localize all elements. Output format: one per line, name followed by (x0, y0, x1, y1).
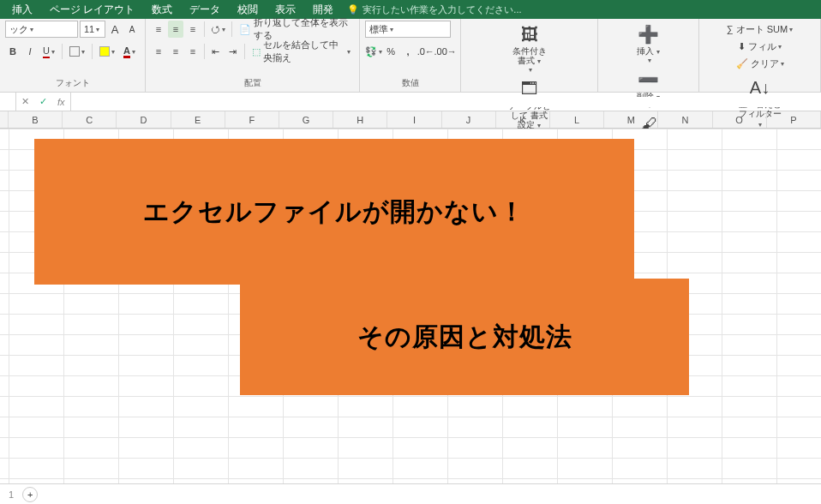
borders-button[interactable] (66, 43, 88, 60)
merge-center-button[interactable]: ⬚ セルを結合して中央揃え (249, 43, 354, 60)
ribbon: ック 11 A A B I U A フォント ≡ ≡ ≡ (0, 19, 821, 93)
align-top-button[interactable]: ≡ (151, 21, 166, 38)
group-styles: 🖽 条件付き 書式 🗔 テーブルとして 書式設定 ▦ セルの スタイル スタイル (461, 19, 598, 92)
align-center-button[interactable]: ≡ (168, 43, 183, 60)
font-size-combo[interactable]: 11 (80, 21, 105, 38)
ribbon-tab-bar: 挿入 ページ レイアウト 数式 データ 校閲 表示 開発 💡 実行したい作業を入… (0, 0, 821, 19)
wrap-text-icon: 📄 (239, 24, 251, 35)
align-right-button[interactable]: ≡ (185, 43, 201, 60)
font-color-button[interactable]: A (120, 43, 139, 60)
group-label-number: 数値 (365, 77, 455, 92)
underline-button[interactable]: U (39, 43, 58, 60)
fill-down-icon: ⬇ (738, 41, 746, 52)
align-middle-button[interactable]: ≡ (168, 21, 183, 38)
column-header[interactable]: D (117, 111, 171, 128)
column-header[interactable]: P (767, 111, 821, 128)
insert-cells-button[interactable]: ➕ 挿入 (633, 21, 664, 64)
column-header[interactable]: L (550, 111, 604, 128)
column-header[interactable]: J (442, 111, 496, 128)
font-color-icon: A (123, 45, 130, 58)
eraser-icon: 🧹 (736, 58, 748, 69)
decrease-indent-button[interactable]: ⇤ (208, 43, 224, 60)
fill-button[interactable]: ⬇ フィル (723, 38, 796, 55)
tab-formulas[interactable]: 数式 (143, 1, 181, 19)
column-header-partial[interactable] (0, 111, 9, 128)
lightbulb-icon: 💡 (347, 4, 359, 15)
merge-icon: ⬚ (252, 46, 261, 57)
group-font: ック 11 A A B I U A フォント (0, 19, 146, 92)
conditional-format-icon: 🖽 (521, 22, 538, 46)
accounting-format-button[interactable]: 💱 (365, 43, 381, 60)
number-format-combo[interactable]: 標準 (365, 21, 451, 38)
sigma-icon: ∑ (727, 24, 734, 34)
align-bottom-button[interactable]: ≡ (185, 21, 201, 38)
orientation-button[interactable]: ⭯ (208, 21, 228, 38)
column-header[interactable]: F (225, 111, 279, 128)
tab-data[interactable]: データ (181, 1, 229, 19)
fill-color-icon (99, 46, 110, 57)
tell-me-placeholder: 実行したい作業を入力してください... (363, 3, 521, 16)
column-header[interactable]: H (333, 111, 387, 128)
autosum-button[interactable]: ∑ オート SUM (723, 21, 796, 38)
column-header[interactable]: E (171, 111, 225, 128)
worksheet-grid[interactable]: エクセルファイルが開かない！ その原因と対処法 (0, 129, 821, 483)
font-name-combo[interactable]: ック (5, 21, 78, 38)
increase-font-button[interactable]: A (107, 21, 123, 38)
formula-bar: ✕ ✓ fx (0, 93, 821, 111)
decrease-font-button[interactable]: A (124, 21, 140, 38)
decrease-decimal-button[interactable]: .00→ (435, 43, 455, 60)
title-shape-1[interactable]: エクセルファイルが開かない！ (34, 139, 634, 285)
clear-button[interactable]: 🧹 クリア (723, 55, 796, 72)
enter-entry-button[interactable]: ✓ (34, 96, 52, 107)
delete-cells-icon: ➖ (638, 68, 659, 92)
title-shape-2[interactable]: その原因と対処法 (240, 279, 689, 395)
column-header[interactable]: G (279, 111, 333, 128)
border-icon (69, 46, 80, 57)
increase-decimal-button[interactable]: .0← (417, 43, 434, 60)
cancel-entry-button[interactable]: ✕ (16, 96, 34, 107)
column-header[interactable]: I (387, 111, 441, 128)
group-number: 標準 💱 % , .0← .00→ 数値 (360, 19, 461, 92)
column-header[interactable]: N (658, 111, 712, 128)
tab-pagelayout[interactable]: ページ レイアウト (41, 1, 143, 19)
comma-button[interactable]: , (400, 43, 416, 60)
percent-button[interactable]: % (383, 43, 399, 60)
new-sheet-button[interactable]: + (22, 487, 38, 502)
sheet-tab-bar: 1 + (0, 483, 821, 504)
column-headers: B C D E F G H I J K L M N O P (0, 111, 821, 129)
group-alignment: ≡ ≡ ≡ ⭯ 📄 折り返して全体を表示する ≡ ≡ ≡ ⇤ ⇥ (146, 19, 360, 92)
currency-icon: 💱 (365, 46, 377, 57)
fill-color-button[interactable] (96, 43, 118, 60)
align-left-button[interactable]: ≡ (151, 43, 166, 60)
bold-button[interactable]: B (5, 43, 21, 60)
column-header[interactable]: C (63, 111, 117, 128)
column-header[interactable]: K (496, 111, 550, 128)
title-text-2: その原因と対処法 (357, 320, 572, 355)
sheet-tab[interactable]: 1 (9, 489, 14, 500)
group-label-font: フォント (5, 77, 140, 92)
tell-me-search[interactable]: 💡 実行したい作業を入力してください... (347, 3, 521, 16)
group-label-alignment: 配置 (151, 77, 354, 92)
column-header[interactable]: M (604, 111, 658, 128)
insert-function-button[interactable]: fx (52, 97, 70, 107)
formula-input[interactable] (71, 97, 821, 107)
column-header[interactable]: B (9, 111, 63, 128)
group-editing: ∑ オート SUM ⬇ フィル 🧹 クリア A↓ 並べ替えと フィルター 編集 (699, 19, 821, 92)
increase-indent-button[interactable]: ⇥ (225, 43, 241, 60)
insert-cells-icon: ➕ (638, 22, 659, 46)
wrap-text-button[interactable]: 📄 折り返して全体を表示する (236, 21, 354, 38)
conditional-format-button[interactable]: 🖽 条件付き 書式 (508, 21, 551, 74)
group-cells: ➕ 挿入 ➖ 削除 🖌 書式 セル (598, 19, 699, 92)
tab-insert[interactable]: 挿入 (3, 1, 41, 19)
title-text-1: エクセルファイルが開かない！ (143, 195, 525, 230)
column-header[interactable]: O (713, 111, 767, 128)
italic-button[interactable]: I (22, 43, 38, 60)
